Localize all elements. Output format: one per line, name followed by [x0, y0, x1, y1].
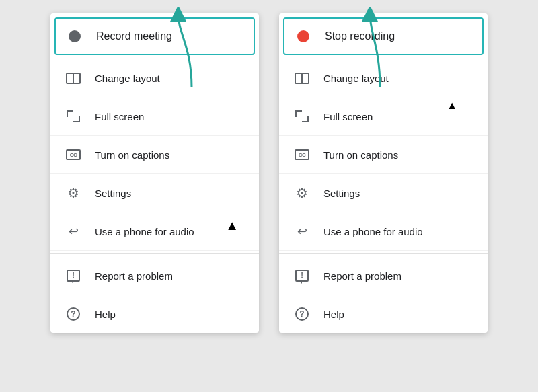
fullscreen-icon-right	[295, 110, 309, 122]
help-item-left[interactable]: ? Help	[50, 295, 259, 333]
captions-icon-right: CC	[295, 149, 309, 160]
captions-item-left[interactable]: CC Turn on captions	[50, 136, 259, 174]
stop-recording-label: Stop recording	[325, 30, 473, 42]
settings-icon-left: ⚙	[67, 185, 79, 201]
report-icon-wrap-left	[64, 266, 83, 285]
help-icon-wrap-left: ?	[64, 305, 83, 323]
captions-item-right[interactable]: CC Turn on captions	[279, 136, 488, 174]
captions-icon-wrap-left: CC	[64, 145, 83, 164]
fullscreen-item-left[interactable]: Full screen	[50, 97, 259, 136]
help-icon-right: ?	[295, 307, 309, 321]
layout-icon-right	[295, 73, 309, 84]
divider-left	[50, 253, 259, 254]
menu-after-wrapper: Stop recording Change layout Full screen…	[279, 13, 488, 333]
report-icon-wrap-right	[293, 266, 311, 285]
stop-record-icon-wrap	[294, 27, 313, 46]
report-label-left: Report a problem	[95, 270, 245, 282]
settings-icon-wrap-left: ⚙	[64, 184, 83, 202]
report-icon-left	[67, 270, 80, 282]
change-layout-item-left[interactable]: Change layout	[50, 59, 259, 97]
fullscreen-icon-wrap-left	[64, 107, 83, 126]
phone-label-right: Use a phone for audio	[323, 226, 474, 237]
phone-item-left[interactable]: ↪ Use a phone for audio	[50, 212, 259, 251]
divider-right	[279, 253, 488, 254]
record-meeting-item[interactable]: Record meeting	[54, 17, 255, 55]
change-layout-label-left: Change layout	[95, 73, 245, 84]
report-label-right: Report a problem	[323, 270, 474, 282]
help-label-right: Help	[323, 309, 474, 320]
phone-icon-wrap-right: ↪	[293, 222, 311, 241]
report-icon-right	[295, 270, 309, 282]
change-layout-item-right[interactable]: Change layout	[279, 59, 488, 97]
fullscreen-label-right: Full screen	[323, 111, 474, 122]
help-icon-left: ?	[67, 307, 80, 321]
stop-recording-item[interactable]: Stop recording	[283, 17, 484, 55]
phone-icon-left: ↪	[69, 224, 79, 239]
help-label-left: Help	[95, 309, 245, 320]
captions-icon-wrap-right: CC	[293, 145, 311, 164]
menu-after: Stop recording Change layout Full screen…	[279, 13, 488, 333]
fullscreen-icon-left	[67, 110, 80, 122]
record-icon-wrap	[65, 27, 84, 46]
layout-icon-wrap-left	[64, 69, 83, 87]
captions-label-left: Turn on captions	[95, 149, 245, 161]
help-item-right[interactable]: ? Help	[279, 295, 488, 333]
phone-label-left: Use a phone for audio	[95, 226, 245, 237]
settings-label-right: Settings	[323, 188, 474, 199]
captions-label-right: Turn on captions	[323, 149, 474, 161]
settings-label-left: Settings	[95, 188, 245, 199]
record-meeting-label: Record meeting	[96, 30, 244, 42]
change-layout-label-right: Change layout	[323, 73, 474, 84]
fullscreen-item-right[interactable]: Full screen	[279, 97, 488, 136]
phone-icon-wrap-left: ↪	[64, 222, 83, 241]
settings-item-right[interactable]: ⚙ Settings	[279, 174, 488, 212]
fullscreen-label-left: Full screen	[95, 111, 245, 122]
settings-item-left[interactable]: ⚙ Settings	[50, 174, 259, 212]
phone-item-right[interactable]: ↪ Use a phone for audio	[279, 212, 488, 251]
menu-before-wrapper: Record meeting Change layout Full screen…	[50, 13, 259, 333]
help-icon-wrap-right: ?	[293, 305, 311, 323]
layout-icon-left	[66, 73, 81, 84]
stop-record-icon	[297, 30, 309, 42]
settings-icon-wrap-right: ⚙	[293, 184, 311, 202]
captions-icon-left: CC	[66, 149, 81, 160]
report-item-left[interactable]: Report a problem	[50, 257, 259, 295]
menu-before: Record meeting Change layout Full screen…	[50, 13, 259, 333]
menus-container: Record meeting Change layout Full screen…	[50, 13, 488, 333]
record-icon	[69, 30, 81, 42]
report-item-right[interactable]: Report a problem	[279, 257, 488, 295]
settings-icon-right: ⚙	[296, 185, 308, 201]
layout-icon-wrap-right	[293, 69, 311, 87]
fullscreen-icon-wrap-right	[293, 107, 311, 126]
phone-icon-right: ↪	[297, 224, 307, 239]
